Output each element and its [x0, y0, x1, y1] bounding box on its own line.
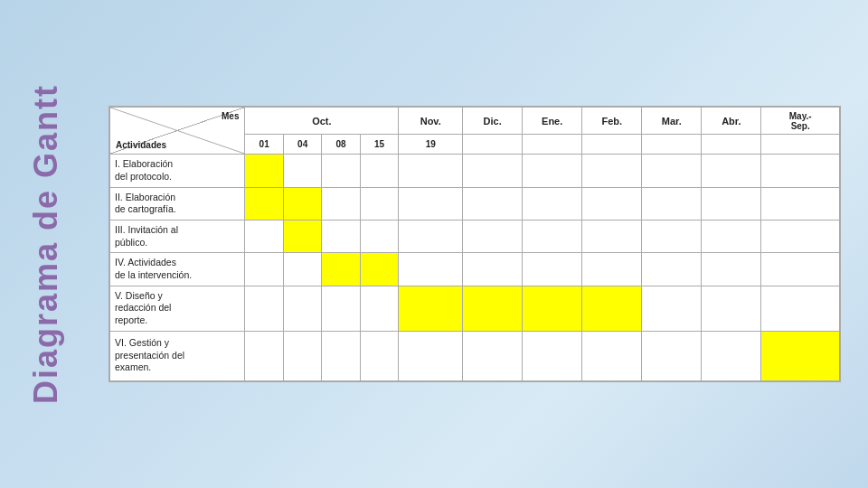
cell [702, 253, 761, 286]
table-row: III. Invitación alpúblico. [110, 221, 840, 253]
feb-header: Feb. [582, 108, 642, 135]
abr-header: Abr. [702, 108, 761, 135]
cell [245, 187, 283, 220]
mar-header: Mar. [642, 108, 702, 135]
cell [322, 155, 360, 187]
cell [360, 331, 398, 380]
page-container: Diagrama de Gantt [27, 9, 841, 479]
cell [642, 286, 702, 331]
cell [523, 187, 582, 220]
cell [463, 286, 523, 331]
table-row: V. Diseño yredacción delreporte. [110, 286, 840, 331]
cell [702, 187, 761, 220]
dic-header: Dic. [463, 108, 523, 135]
nov-19: 19 [399, 135, 463, 155]
cell [245, 331, 283, 380]
cell [399, 221, 463, 253]
cell [523, 221, 582, 253]
cell [283, 187, 321, 220]
cell [463, 187, 523, 220]
cell [582, 286, 642, 331]
oct-01: 01 [245, 135, 283, 155]
cell [399, 155, 463, 187]
cell [245, 155, 283, 187]
activity-name: II. Elaboraciónde cartografía. [110, 187, 245, 220]
cell [642, 155, 702, 187]
cell [360, 155, 398, 187]
mar-empty [642, 135, 702, 155]
activity-name: V. Diseño yredacción delreporte. [110, 286, 245, 331]
cell [642, 221, 702, 253]
cell [322, 221, 360, 253]
maysep-header: May.-Sep. [761, 108, 840, 135]
cell [322, 253, 360, 286]
cell [245, 286, 283, 331]
cell [582, 253, 642, 286]
actividades-label: Actividades [116, 140, 166, 150]
cell [245, 221, 283, 253]
oct-08: 08 [322, 135, 360, 155]
month-header-row: Mes Actividades Oct. Nov. Dic. Ene. Feb.… [110, 108, 840, 135]
nov-header: Nov. [399, 108, 463, 135]
activity-name: I. Elaboracióndel protocolo. [110, 155, 245, 187]
oct-04: 04 [283, 135, 321, 155]
cell [761, 253, 840, 286]
cell [702, 155, 761, 187]
gantt-table: Mes Actividades Oct. Nov. Dic. Ene. Feb.… [108, 106, 841, 381]
cell [283, 286, 321, 331]
ene-empty [523, 135, 582, 155]
cell [642, 331, 702, 380]
cell [761, 221, 840, 253]
activity-name: IV. Actividadesde la intervención. [110, 253, 245, 286]
cell [360, 253, 398, 286]
cell [702, 286, 761, 331]
cell [245, 253, 283, 286]
cell [399, 253, 463, 286]
cell [523, 286, 582, 331]
cell [761, 286, 840, 331]
cell [360, 221, 398, 253]
cell [463, 253, 523, 286]
cell [360, 286, 398, 331]
cell [463, 221, 523, 253]
cell [399, 331, 463, 380]
cell [702, 221, 761, 253]
maysep-empty [761, 135, 840, 155]
cell [463, 155, 523, 187]
abr-empty [702, 135, 761, 155]
oct-15: 15 [360, 135, 398, 155]
cell [399, 187, 463, 220]
table-row: I. Elaboracióndel protocolo. [110, 155, 840, 187]
activity-name: III. Invitación alpúblico. [110, 221, 245, 253]
cell [523, 253, 582, 286]
cell [360, 187, 398, 220]
cell [399, 286, 463, 331]
cell [322, 331, 360, 380]
cell [582, 331, 642, 380]
mes-label: Mes [222, 111, 239, 121]
cell [702, 331, 761, 380]
cell [523, 331, 582, 380]
cell [283, 155, 321, 187]
cell [582, 155, 642, 187]
cell [761, 187, 840, 220]
cell [582, 221, 642, 253]
cell [582, 187, 642, 220]
cell [283, 331, 321, 380]
cell [642, 187, 702, 220]
chart-title: Diagrama de Gantt [27, 84, 99, 404]
cell [463, 331, 523, 380]
activity-name: VI. Gestión ypresentación delexamen. [110, 331, 245, 380]
table-row: IV. Actividadesde la intervención. [110, 253, 840, 286]
feb-empty [582, 135, 642, 155]
cell [322, 187, 360, 220]
cell [523, 155, 582, 187]
table-row: II. Elaboraciónde cartografía. [110, 187, 840, 220]
oct-header: Oct. [245, 108, 399, 135]
cell [283, 221, 321, 253]
cell [761, 155, 840, 187]
cell [761, 331, 840, 380]
cell [283, 253, 321, 286]
cell [322, 286, 360, 331]
table-row: VI. Gestión ypresentación delexamen. [110, 331, 840, 380]
